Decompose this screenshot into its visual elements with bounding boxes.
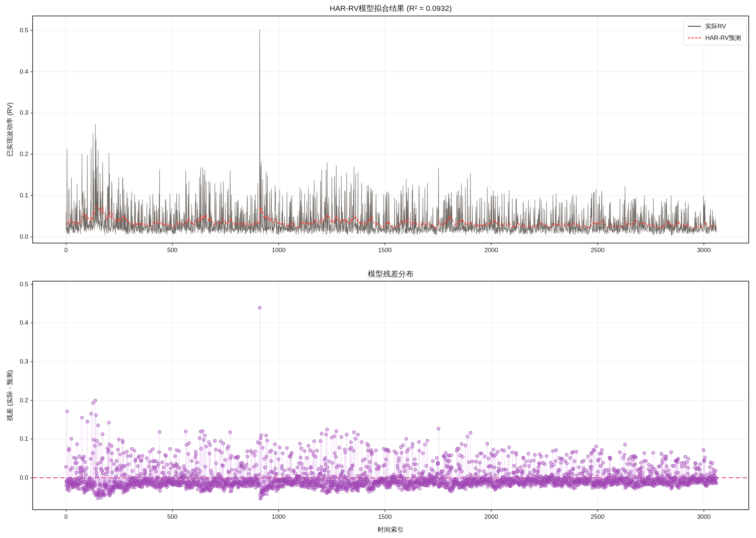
- bottom-chart-y-tick-label: 0.2: [20, 397, 28, 404]
- bottom-chart-y-tick-label: 0.4: [20, 319, 28, 327]
- bottom-chart-y-axis-label: 残差 (实际 - 预测): [5, 370, 14, 421]
- bottom-chart-y-tick-label: 0.3: [20, 358, 28, 365]
- legend-entry-harrv-pred: HAR-RV预测: [688, 34, 741, 42]
- bottom-chart-x-tick-label: 2500: [591, 513, 604, 521]
- legend-line-solid: [688, 26, 701, 27]
- top-chart-x-tick-label: 3000: [697, 247, 711, 254]
- legend-entry-actual-rv: 实际RV: [688, 22, 741, 30]
- top-chart-y-tick-label: 0.2: [20, 151, 28, 158]
- bottom-chart-x-axis-label: 时间索引: [378, 525, 404, 534]
- top-chart-y-tick-label: 0.3: [20, 109, 28, 116]
- top-chart-y-tick-label: 0.5: [20, 27, 28, 34]
- top-chart-x-tick-label: 2500: [591, 247, 604, 254]
- bottom-chart-x-tick-label: 1500: [378, 513, 392, 521]
- bottom-chart-x-tick-label: 2000: [484, 513, 498, 521]
- figure: HAR-RV模型拟合结果 (R² = 0.0932) 模型残差分布 已实现波动率…: [0, 0, 756, 538]
- bottom-chart-y-tick-label: 0.5: [20, 281, 28, 288]
- top-chart-x-tick-label: 1500: [378, 247, 392, 254]
- top-chart-x-tick-label: 2000: [484, 247, 498, 254]
- legend: 实际RV HAR-RV预测: [683, 19, 747, 45]
- top-chart-y-tick-label: 0.0: [20, 233, 28, 241]
- bottom-chart-x-tick-label: 3000: [697, 513, 711, 521]
- top-chart-x-tick-label: 500: [167, 247, 177, 254]
- top-chart-y-tick-label: 0.4: [20, 68, 28, 75]
- bottom-chart-y-tick-label: 0.0: [20, 474, 28, 481]
- legend-line-dashed: [688, 37, 701, 38]
- top-chart-title: HAR-RV模型拟合结果 (R² = 0.0932): [330, 3, 452, 13]
- top-chart-y-tick-label: 0.1: [20, 192, 28, 199]
- top-chart-x-tick-label: 0: [64, 247, 67, 254]
- bottom-chart-y-tick-label: 0.1: [20, 435, 28, 443]
- top-chart-x-tick-label: 1000: [272, 247, 285, 254]
- bottom-chart-title: 模型残差分布: [368, 269, 414, 279]
- legend-label-harrv-pred: HAR-RV预测: [705, 34, 741, 42]
- bottom-chart-x-tick-label: 1000: [272, 513, 285, 521]
- top-chart-y-axis-label: 已实现波动率 (RV): [5, 102, 14, 157]
- legend-label-actual-rv: 实际RV: [705, 22, 726, 30]
- bottom-chart-x-tick-label: 500: [167, 513, 177, 521]
- bottom-chart-x-tick-label: 0: [64, 513, 67, 521]
